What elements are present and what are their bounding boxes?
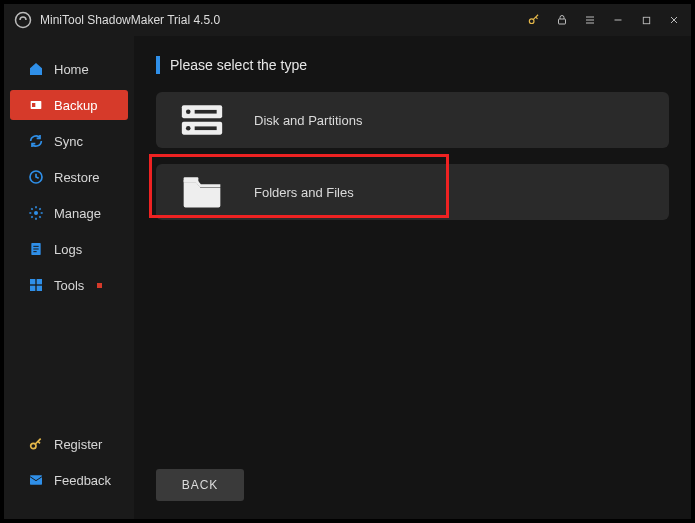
- option-folders-files[interactable]: Folders and Files: [156, 164, 669, 220]
- svg-rect-12: [37, 286, 42, 291]
- close-button[interactable]: [667, 13, 681, 27]
- folder-icon: [180, 172, 224, 212]
- sidebar-item-feedback[interactable]: Feedback: [10, 465, 128, 495]
- restore-icon: [28, 169, 44, 185]
- app-logo-icon: [14, 11, 32, 29]
- svg-rect-21: [184, 177, 199, 183]
- backup-icon: [28, 97, 44, 113]
- lock-icon[interactable]: [555, 13, 569, 27]
- sidebar-item-label: Restore: [54, 170, 100, 185]
- feedback-icon: [28, 472, 44, 488]
- sync-icon: [28, 133, 44, 149]
- svg-point-13: [31, 443, 36, 448]
- svg-rect-9: [30, 279, 35, 284]
- minimize-button[interactable]: [611, 13, 625, 27]
- sidebar-item-sync[interactable]: Sync: [10, 126, 128, 156]
- svg-rect-5: [32, 103, 35, 107]
- app-title: MiniTool ShadowMaker Trial 4.5.0: [40, 13, 527, 27]
- option-label: Disk and Partitions: [254, 113, 362, 128]
- svg-rect-3: [643, 17, 649, 23]
- sidebar-item-label: Feedback: [54, 473, 111, 488]
- svg-point-19: [186, 126, 191, 131]
- svg-rect-18: [195, 110, 217, 114]
- svg-point-0: [16, 13, 31, 28]
- page-heading: Please select the type: [156, 56, 669, 74]
- svg-point-7: [34, 211, 38, 215]
- titlebar: MiniTool ShadowMaker Trial 4.5.0: [4, 4, 691, 36]
- sidebar-item-manage[interactable]: Manage: [10, 198, 128, 228]
- window-frame: MiniTool ShadowMaker Trial 4.5.0: [0, 0, 695, 523]
- titlebar-controls: [527, 13, 681, 27]
- option-label: Folders and Files: [254, 185, 354, 200]
- maximize-button[interactable]: [639, 13, 653, 27]
- sidebar-item-label: Tools: [54, 278, 84, 293]
- sidebar-item-label: Register: [54, 437, 102, 452]
- key-icon[interactable]: [527, 13, 541, 27]
- svg-rect-2: [559, 19, 566, 24]
- svg-rect-11: [30, 286, 35, 291]
- main-panel: Please select the type Disk and P: [134, 36, 691, 519]
- svg-rect-20: [195, 126, 217, 130]
- svg-rect-10: [37, 279, 42, 284]
- home-icon: [28, 61, 44, 77]
- app-body: Home Backup Sync: [4, 36, 691, 519]
- sidebar-item-label: Logs: [54, 242, 82, 257]
- disk-icon: [180, 100, 224, 140]
- manage-icon: [28, 205, 44, 221]
- tools-icon: [28, 277, 44, 293]
- menu-icon[interactable]: [583, 13, 597, 27]
- sidebar-item-label: Sync: [54, 134, 83, 149]
- sidebar-item-register[interactable]: Register: [10, 429, 128, 459]
- sidebar-item-label: Home: [54, 62, 89, 77]
- option-disk-partitions[interactable]: Disk and Partitions: [156, 92, 669, 148]
- sidebar-item-logs[interactable]: Logs: [10, 234, 128, 264]
- notification-dot-icon: [97, 283, 102, 288]
- logs-icon: [28, 241, 44, 257]
- sidebar-bottom: Register Feedback: [4, 429, 134, 519]
- register-key-icon: [28, 436, 44, 452]
- sidebar-item-label: Manage: [54, 206, 101, 221]
- sidebar-item-restore[interactable]: Restore: [10, 162, 128, 192]
- svg-point-1: [529, 19, 534, 24]
- svg-point-17: [186, 109, 191, 114]
- svg-rect-14: [30, 475, 42, 484]
- heading-accent-bar: [156, 56, 160, 74]
- sidebar-item-home[interactable]: Home: [10, 54, 128, 84]
- footer-row: BACK: [156, 469, 669, 501]
- back-button[interactable]: BACK: [156, 469, 244, 501]
- sidebar-item-backup[interactable]: Backup: [10, 90, 128, 120]
- sidebar-item-label: Backup: [54, 98, 97, 113]
- sidebar-spacer: [4, 306, 134, 429]
- sidebar-item-tools[interactable]: Tools: [10, 270, 128, 300]
- sidebar: Home Backup Sync: [4, 36, 134, 519]
- app-window: MiniTool ShadowMaker Trial 4.5.0: [4, 4, 691, 519]
- heading-text: Please select the type: [170, 57, 307, 73]
